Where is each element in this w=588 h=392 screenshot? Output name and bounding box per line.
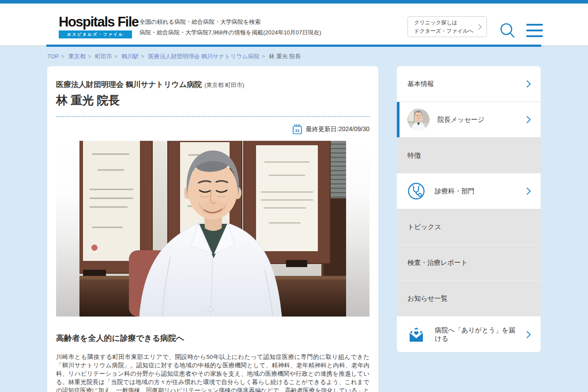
sidebar-item-send-thanks[interactable]: 病院へ「ありがとう」を届ける [397, 317, 541, 352]
breadcrumb-current: 林 重光 院長 [269, 53, 301, 60]
search-icon[interactable] [499, 22, 516, 39]
chevron-right-icon [526, 116, 531, 124]
director-photo [56, 141, 369, 317]
sidebar-item-departments[interactable]: 診療科・部門 [397, 173, 541, 209]
dotted-divider [56, 116, 369, 117]
hospital-page-sidebar: 基本情報 [397, 66, 541, 352]
active-indicator [397, 102, 400, 137]
logo-katakana-band: ホスピタルズ・ファイル [59, 30, 132, 38]
sidebar-item-label: 検査・治療レポート [407, 259, 467, 267]
last-updated-row: 31 最終更新日:2024/09/30 [56, 124, 369, 135]
chevron-right-icon [526, 80, 531, 88]
sidebar-item-basic-info[interactable]: 基本情報 [397, 66, 541, 102]
sidebar-item-label: お知らせ一覧 [407, 294, 448, 303]
tagline-line1: 全国の頼れる病院・総合病院・大学病院を検索 [139, 17, 321, 27]
sidebar-item-label: 院長メッセージ [437, 116, 484, 124]
clinic-button-text: クリニック探しは ドクターズ・ファイルへ [414, 19, 474, 35]
sidebar-item-label: トピックス [407, 223, 441, 231]
director-portrait [79, 141, 346, 317]
breadcrumb-top[interactable]: TOP [47, 53, 59, 60]
breadcrumb-machida[interactable]: 町田市 [95, 53, 112, 60]
content-area: 医療法人財団明理会 鶴川サナトリウム病院(東京都 町田市) 林 重光 院長 31… [47, 66, 588, 392]
tagline-line2: 病院・総合病院・大学病院7,968件の情報を掲載(2024年10月07日現在) [139, 27, 321, 38]
section-heading: 高齢者を全人的に診療できる病院へ [56, 333, 369, 343]
letter-heart-icon [407, 326, 425, 343]
logo-wordmark: Hospitals File [59, 15, 132, 29]
menu-icon[interactable] [526, 24, 543, 37]
sidebar-item-label: 診療科・部門 [435, 187, 475, 196]
header-accent-rule [46, 45, 541, 47]
sidebar-item-features[interactable]: 特徴 [397, 138, 541, 173]
breadcrumb: TOP> 東京都> 町田市> 鶴川駅> 医療法人財団明理会 鶴川サナトリウム病院… [0, 46, 588, 60]
photo-fade-left [56, 141, 79, 317]
site-tagline: 全国の頼れる病院・総合病院・大学病院を検索 病院・総合病院・大学病院7,968件… [139, 17, 321, 38]
breadcrumb-tsurukawa-station[interactable]: 鶴川駅 [121, 53, 139, 60]
svg-text:31: 31 [295, 128, 300, 133]
page-title: 林 重光 院長 [56, 93, 369, 108]
sidebar-item-director-message[interactable]: 院長メッセージ [397, 102, 541, 138]
chevron-right-icon [526, 331, 531, 339]
article-paragraph: 川崎市とも隣接する町田市東部エリアで、開設時から50年以上にわたって認知症医療に… [56, 353, 369, 392]
top-accent-bar [0, 0, 588, 4]
breadcrumb-hospital[interactable]: 医療法人財団明理会 鶴川サナトリウム病院 [148, 53, 259, 60]
calendar-icon: 31 [292, 124, 302, 135]
sidebar-item-treatment-reports[interactable]: 検査・治療レポート [397, 245, 541, 281]
sidebar-item-topics[interactable]: トピックス [397, 209, 541, 245]
stethoscope-icon [407, 182, 425, 200]
hospital-name-line: 医療法人財団明理会 鶴川サナトリウム病院(東京都 町田市) [56, 79, 369, 90]
photo-fade-right [346, 141, 369, 317]
last-updated-label: 最終更新日:2024/09/30 [306, 125, 369, 133]
site-logo[interactable]: Hospitals File ホスピタルズ・ファイル [59, 15, 132, 38]
sidebar-item-label: 病院へ「ありがとう」を届ける [435, 326, 518, 343]
sidebar-item-label: 基本情報 [407, 80, 434, 88]
hospital-location: (東京都 町田市) [204, 82, 244, 88]
chevron-right-icon [526, 187, 531, 195]
director-message-card: 医療法人財団明理会 鶴川サナトリウム病院(東京都 町田市) 林 重光 院長 31… [47, 66, 378, 392]
sidebar-item-news-list[interactable]: お知らせ一覧 [397, 281, 541, 317]
breadcrumb-tokyo[interactable]: 東京都 [68, 53, 86, 60]
chevron-right-icon [478, 24, 482, 30]
hospital-name: 医療法人財団明理会 鶴川サナトリウム病院 [56, 80, 202, 89]
director-avatar [407, 109, 430, 131]
doctors-file-link-button[interactable]: クリニック探しは ドクターズ・ファイルへ [407, 16, 487, 37]
sidebar-item-label: 特徴 [407, 151, 421, 160]
site-header: Hospitals File ホスピタルズ・ファイル 全国の頼れる病院・総合病院… [0, 4, 588, 46]
